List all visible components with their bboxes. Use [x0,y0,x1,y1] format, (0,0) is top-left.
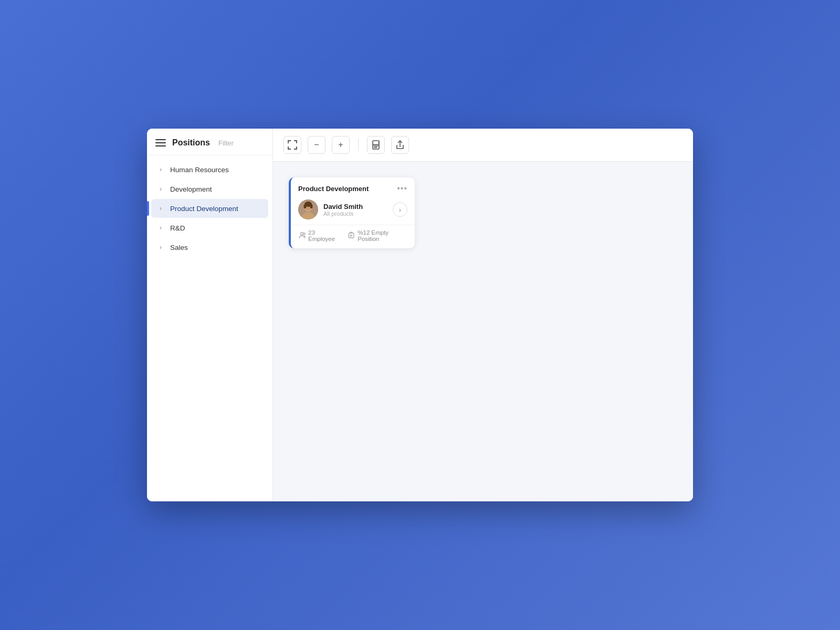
chevron-right-icon: › [156,204,165,213]
fit-button[interactable] [284,136,301,154]
nav-item-label: Human Resources [170,166,229,174]
zoom-out-button[interactable]: − [308,136,326,154]
chevron-right-icon: › [156,165,165,174]
zoom-out-icon: − [314,140,319,150]
dept-card-header: Product Development ••• [291,177,415,197]
dept-card-title: Product Development [298,185,369,193]
zoom-in-icon: + [338,140,343,150]
department-card: Product Development ••• [289,177,415,248]
chevron-right-icon: › [156,224,165,232]
nav-item-label: Product Development [170,205,238,213]
expand-button[interactable]: › [393,202,407,217]
diagram-area: Product Development ••• [273,162,693,501]
nav-item-label: Sales [170,244,188,251]
chevron-right-icon: › [156,185,165,193]
nav-item-accent [147,201,149,216]
dept-card-person: David Smith All products › [291,197,415,225]
svg-rect-1 [373,145,379,149]
sidebar-item-product-development[interactable]: ›Product Development [151,199,268,218]
sidebar-item-sales[interactable]: ›Sales [151,238,268,257]
svg-rect-2 [374,146,378,147]
empty-position-stat: %12 Empty Position [348,229,407,242]
employee-stat: 23 Employee [298,229,340,242]
sidebar-item-development[interactable]: ›Development [151,180,268,198]
person-name: David Smith [323,203,387,211]
sidebar-item-human-resources[interactable]: ›Human Resources [151,160,268,179]
sidebar-item-rnd[interactable]: ›R&D [151,218,268,237]
more-options-icon[interactable]: ••• [397,184,407,193]
svg-point-11 [310,204,313,208]
sidebar-header: Positions Filter [147,129,272,155]
chevron-right-icon: › [156,243,165,251]
toolbar-separator [358,139,359,151]
nav-item-label: Development [170,185,212,193]
empty-position-icon [348,232,355,240]
hamburger-icon[interactable] [155,139,166,146]
svg-point-4 [378,142,379,143]
svg-rect-3 [374,148,377,149]
employee-icon [298,232,306,240]
sidebar-title: Positions [172,138,210,148]
svg-point-12 [301,232,303,235]
app-window: Positions Filter ›Human Resources›Develo… [147,129,693,501]
nav-item-label: R&D [170,224,185,232]
print-button[interactable] [367,136,385,154]
zoom-in-button[interactable]: + [332,136,350,154]
empty-position-count: %12 Empty Position [358,229,407,242]
toolbar: − + [273,129,693,162]
sidebar: Positions Filter ›Human Resources›Develo… [147,129,273,501]
dept-card-footer: 23 Employee %12 Empty Position [291,225,415,248]
svg-point-10 [304,204,307,208]
sidebar-filter-label: Filter [218,139,234,147]
share-button[interactable] [391,136,409,154]
person-sub: All products [323,211,387,217]
avatar [298,200,318,219]
person-info: David Smith All products [323,203,387,217]
main-content: − + [273,129,693,501]
sidebar-nav: ›Human Resources›Development›Product Dev… [147,155,272,501]
employee-count: 23 Employee [308,229,340,242]
svg-point-13 [303,233,306,235]
